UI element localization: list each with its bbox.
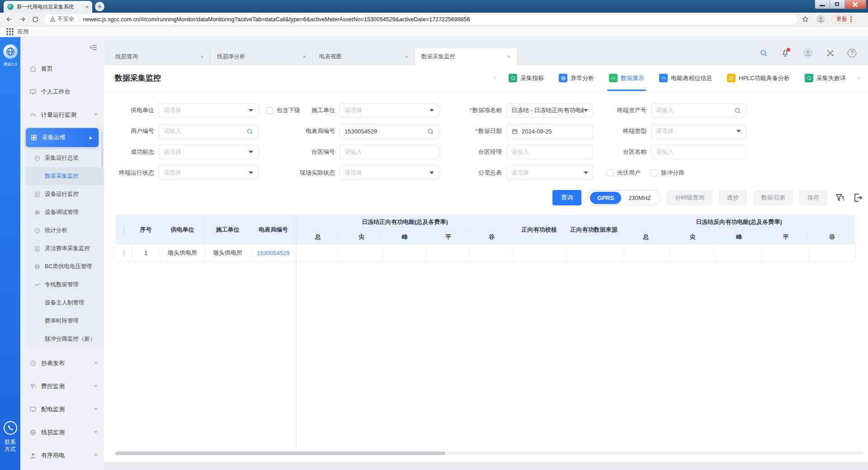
save-button[interactable]: 保存 [799,190,827,205]
tq-name-input[interactable]: 请输入 [651,145,746,159]
fullscreen-icon[interactable] [826,49,834,57]
sidebar-item-line-loss-monitor[interactable]: 线损监测 [20,421,104,444]
export-icon[interactable] [853,192,863,203]
user-avatar[interactable] [803,48,813,58]
public-meter-select[interactable]: 请选择 [506,166,593,180]
row-checkbox[interactable] [123,249,124,257]
pass-read-button[interactable]: 透抄 [719,190,747,205]
reload-icon[interactable] [32,16,39,23]
notification-bell[interactable] [781,49,789,57]
sidebar-item-collection-overview[interactable]: 采集运行总览 [26,149,104,167]
sidebar-item-collection-ops[interactable]: 采集运维 [26,128,99,147]
user-no-input[interactable]: 请输入 [159,124,258,138]
construction-unit-select[interactable]: 请选择 [340,103,439,118]
data-item-select[interactable]: 日冻结 - 日冻结正向有功电能(... [506,103,593,118]
chevron-left-icon[interactable] [492,75,498,81]
chevron-right-icon[interactable] [856,75,862,81]
tq-manager-input[interactable]: 请输入 [506,145,593,159]
url-text: neweic.js.sgcc.com.cn/#/com/runningMonit… [83,16,470,23]
new-tab-button[interactable]: + [95,2,104,11]
horizontal-scrollbar[interactable] [115,451,863,455]
pulse-branch-checkbox[interactable]: 脉冲分路 [651,169,684,177]
filter-funnel-icon[interactable] [835,192,845,203]
device-debug-icon [34,209,41,216]
subtab-collection-failure[interactable]: 采集失败详情 [800,65,850,91]
tq-no-input[interactable]: 请输入 [340,145,439,159]
browser-tab-close-icon[interactable]: × [85,4,89,10]
terminal-run-status-select[interactable]: 请选择 [159,166,258,180]
apps-grid-icon[interactable] [6,28,14,35]
sidebar-item-orderly-power[interactable]: 有序用电 [20,444,104,467]
browser-menu-icon[interactable] [850,16,852,22]
search-icon[interactable] [734,107,741,114]
supply-unit-select[interactable]: 请选择 [159,103,258,118]
close-icon[interactable]: × [302,53,306,60]
sidebar-item-home[interactable]: 首页 [20,57,104,80]
sidebar-item-device-run-monitor[interactable]: 设备运行监控 [26,185,104,203]
security-indicator[interactable]: 不安全 [50,15,75,23]
sidebar-item-metering-monitor[interactable]: 计量运行监测 [20,103,104,126]
sidebar-collapse-icon[interactable] [90,43,98,52]
mhz-segment[interactable]: 230MHZ [621,195,658,201]
subtab-meter-phase-info[interactable]: 电能表相位信息 [655,65,717,91]
field-actual-status-select[interactable]: 请选择 [340,166,439,180]
close-icon[interactable]: × [405,53,408,60]
success-flag-select[interactable]: 请选择 [159,145,258,159]
subtab-collection-metrics[interactable]: 采集指标 [504,65,548,91]
data-call-button[interactable]: 数据召测 [753,190,793,205]
data-date-picker[interactable]: 2024-09-25 [506,124,593,138]
checkbox-icon[interactable] [651,170,657,176]
close-icon[interactable]: × [200,53,204,60]
sidebar-item-workspace[interactable]: 个人工作台 [20,80,104,103]
channel-toggle[interactable]: GPRS 230MHZ [588,190,660,205]
sidebar-item-rate-period[interactable]: 费率时段管理 [26,312,104,330]
sidebar-item-pulse-branch-monitor[interactable]: 脉冲分路监控（新） [26,330,104,348]
checkbox-icon[interactable] [607,170,613,176]
sidebar-item-dedicated-line[interactable]: 专线数据管理 [26,275,104,294]
close-button[interactable] [845,0,866,9]
tab-line-loss-rate[interactable]: 线损率分析 × [211,48,313,65]
terminal-asset-input[interactable]: 请输入 [651,103,746,118]
sidebar-item-bc-voltage[interactable]: BC类供电电压管理 [26,257,104,275]
sidebar-item-device-owner[interactable]: 设备主人制管理 [26,294,104,312]
forward-icon[interactable] [19,15,26,23]
back-icon[interactable] [5,15,13,23]
subtab-hplc-analysis[interactable]: HPLC功能具备分析 [722,65,794,91]
scrollbar-thumb[interactable] [115,451,445,455]
meter-no-link[interactable]: 1530054529 [250,245,297,261]
sidebar-item-flexible-rate[interactable]: 灵活费率采集监控 [26,239,104,257]
sidebar-item-data-collection-monitor[interactable]: 数据采集监控 [26,167,104,185]
minimize-button[interactable] [815,0,830,9]
tab-data-collection-monitor[interactable]: 数据采集监控 × [415,48,517,65]
pv-user-checkbox[interactable]: 光伏用户 [607,169,641,177]
sidebar-item-fee-control[interactable]: 费控监测 [20,375,104,398]
search-icon[interactable] [246,128,253,135]
meter-no-input[interactable]: 1530054529 [340,124,439,138]
browser-profile-avatar[interactable] [816,15,825,24]
search-icon[interactable] [760,49,768,57]
minute-query-button[interactable]: 分钟级查询 [667,190,712,205]
sidebar-item-stats-analysis[interactable]: 统计分析 [26,221,104,239]
sidebar-item-device-debug[interactable]: 设备调试管理 [26,203,104,221]
restore-button[interactable] [830,0,845,9]
chrome-update-button[interactable]: 更新 [831,14,856,24]
apps-label[interactable]: 应用 [18,28,28,36]
query-button[interactable]: 查询 [552,190,581,205]
tab-meter-view[interactable]: 电表视图 × [313,48,415,65]
contact-block[interactable]: 联系 方式 [0,421,20,453]
address-bar[interactable]: 不安全 neweic.js.sgcc.com.cn/#/com/runningM… [44,14,797,24]
bookmark-star-icon[interactable] [802,15,809,23]
subtab-data-display[interactable]: 数据展示 [604,65,649,91]
tab-line-loss-query[interactable]: 线损查询 × [108,48,211,65]
subtab-anomaly-analysis[interactable]: 异常分析 [554,65,599,91]
search-icon[interactable] [427,128,434,135]
select-all-checkbox[interactable] [123,226,124,233]
sidebar-item-distribution-monitor[interactable]: 配电监测 [20,398,104,421]
checkbox-icon[interactable] [266,107,273,114]
gprs-segment[interactable]: GPRS [590,192,621,204]
browser-tab[interactable]: 新一代用电信息采集系统 × [4,1,92,13]
sidebar-item-meter-reading[interactable]: 抄表发布 [20,351,104,375]
terminal-type-select[interactable]: 请选择 [651,124,746,138]
help-icon[interactable]: ? [848,49,856,57]
close-icon[interactable]: × [507,53,510,60]
